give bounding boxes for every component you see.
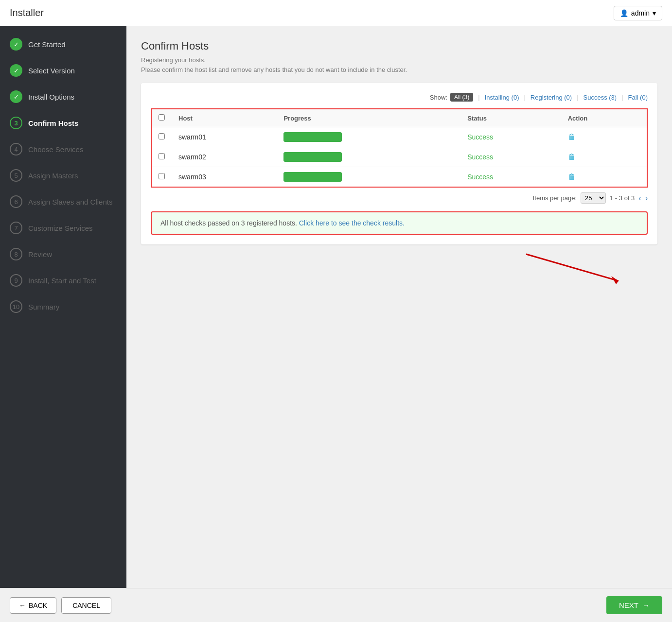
sidebar-item-review: 8Review [0, 241, 126, 267]
row-action: 🗑 [561, 127, 647, 147]
show-installing-link[interactable]: Installing (0) [485, 94, 519, 101]
row-progress [277, 167, 460, 188]
row-checkbox[interactable] [159, 153, 165, 159]
step-circle: 5 [10, 169, 22, 182]
select-all-header [151, 109, 172, 127]
row-host: swarm02 [172, 147, 277, 167]
table-row: swarm03 Success 🗑 [151, 167, 647, 188]
sidebar-item-label: Select Version [28, 67, 75, 75]
sidebar-item-assign-slaves-and-clients: 6Assign Slaves and Clients [0, 189, 126, 215]
sidebar-item-choose-services: 4Choose Services [0, 136, 126, 162]
table-row: swarm01 Success 🗑 [151, 127, 647, 147]
per-page-select[interactable]: 25 50 100 [581, 192, 606, 204]
sidebar-item-label: Assign Masters [28, 172, 78, 180]
progress-bar-fill [283, 132, 342, 142]
footer-bar: ← BACK CANCEL NEXT → [0, 588, 672, 622]
back-button[interactable]: ← BACK [10, 597, 56, 614]
col-host: Host [172, 109, 277, 127]
show-registering-link[interactable]: Registering (0) [531, 94, 572, 101]
next-label: NEXT [619, 601, 638, 609]
show-label: Show: [430, 94, 447, 101]
sidebar-item-assign-masters: 5Assign Masters [0, 162, 126, 189]
step-circle: 7 [10, 222, 22, 234]
table-row: swarm02 Success 🗑 [151, 147, 647, 167]
sidebar-item-summary: 10Summary [0, 294, 126, 320]
row-checkbox[interactable] [159, 133, 165, 139]
red-arrow-annotation [521, 249, 628, 288]
delete-icon[interactable]: 🗑 [568, 173, 576, 181]
delete-icon[interactable]: 🗑 [568, 133, 576, 141]
next-button[interactable]: NEXT → [606, 596, 662, 614]
sidebar-item-confirm-hosts[interactable]: 3Confirm Hosts [0, 110, 126, 136]
row-checkbox-cell [151, 147, 172, 167]
cancel-button[interactable]: CANCEL [61, 597, 111, 614]
col-status: Status [460, 109, 561, 127]
step-circle: 8 [10, 248, 22, 260]
sidebar-item-label: Confirm Hosts [28, 119, 78, 127]
progress-bar-fill [283, 152, 342, 162]
col-action: Action [561, 109, 647, 127]
step-circle: ✓ [10, 64, 22, 77]
sidebar-item-install-options[interactable]: ✓Install Options [0, 84, 126, 110]
success-text: All host checks passed on 3 registered h… [160, 219, 297, 227]
show-all-badge[interactable]: All (3) [450, 93, 473, 102]
sidebar-item-label: Choose Services [28, 145, 83, 154]
svg-line-0 [526, 254, 619, 281]
sidebar: ✓Get Started✓Select Version✓Install Opti… [0, 26, 126, 588]
col-progress: Progress [277, 109, 460, 127]
sidebar-item-get-started[interactable]: ✓Get Started [0, 31, 126, 57]
row-status: Success [460, 127, 561, 147]
chevron-down-icon: ▾ [653, 9, 656, 17]
sidebar-item-install,-start-and-test: 9Install, Start and Test [0, 267, 126, 294]
main-card: Show: All (3) | Installing (0) | Registe… [141, 83, 657, 244]
page-subtitle: Registering your hosts. Please confirm t… [141, 55, 657, 74]
items-per-page-label: Items per page: [533, 194, 577, 202]
delete-icon[interactable]: 🗑 [568, 153, 576, 161]
check-results-link[interactable]: Click here to see the check results. [299, 219, 405, 227]
show-bar: Show: All (3) | Installing (0) | Registe… [151, 93, 648, 102]
app-title: Installer [10, 7, 44, 18]
progress-bar-wrap [283, 152, 342, 162]
row-checkbox[interactable] [159, 173, 165, 179]
sidebar-item-label: Install, Start and Test [28, 276, 96, 285]
content-area: Confirm Hosts Registering your hosts. Pl… [126, 26, 672, 588]
back-label: BACK [29, 602, 47, 609]
arrow-area [141, 249, 657, 288]
sidebar-item-customize-services: 7Customize Services [0, 215, 126, 241]
sidebar-item-label: Get Started [28, 40, 66, 49]
row-checkbox-cell [151, 167, 172, 188]
step-circle: ✓ [10, 90, 22, 103]
row-progress [277, 147, 460, 167]
user-icon: 👤 [620, 9, 628, 17]
main-layout: ✓Get Started✓Select Version✓Install Opti… [0, 26, 672, 588]
sidebar-item-label: Summary [28, 303, 59, 311]
next-icon: → [642, 601, 650, 609]
progress-bar-fill [283, 172, 342, 182]
back-icon: ← [19, 602, 26, 609]
show-success-link[interactable]: Success (3) [584, 94, 617, 101]
sidebar-item-select-version[interactable]: ✓Select Version [0, 57, 126, 84]
page-title: Confirm Hosts [141, 40, 657, 52]
step-circle: 4 [10, 143, 22, 156]
svg-marker-1 [611, 276, 619, 284]
sidebar-item-label: Install Options [28, 93, 74, 101]
page-range: 1 - 3 of 3 [610, 194, 635, 202]
select-all-checkbox[interactable] [159, 114, 165, 121]
user-menu[interactable]: 👤 admin ▾ [614, 6, 662, 20]
row-action: 🗑 [561, 167, 647, 188]
row-progress [277, 127, 460, 147]
show-fail-link[interactable]: Fail (0) [628, 94, 648, 101]
sidebar-item-label: Assign Slaves and Clients [28, 198, 112, 206]
step-circle: 3 [10, 117, 22, 129]
next-page-button[interactable]: › [645, 194, 648, 203]
step-circle: 10 [10, 300, 22, 313]
progress-bar-wrap [283, 132, 342, 142]
row-status: Success [460, 147, 561, 167]
success-message: All host checks passed on 3 registered h… [151, 211, 648, 235]
header: Installer 👤 admin ▾ [0, 0, 672, 26]
row-host: swarm03 [172, 167, 277, 188]
table-header-row: Host Progress Status Action [151, 109, 647, 127]
step-circle: 6 [10, 195, 22, 208]
prev-page-button[interactable]: ‹ [638, 194, 641, 203]
pagination-bar: Items per page: 25 50 100 1 - 3 of 3 ‹ › [151, 192, 648, 204]
